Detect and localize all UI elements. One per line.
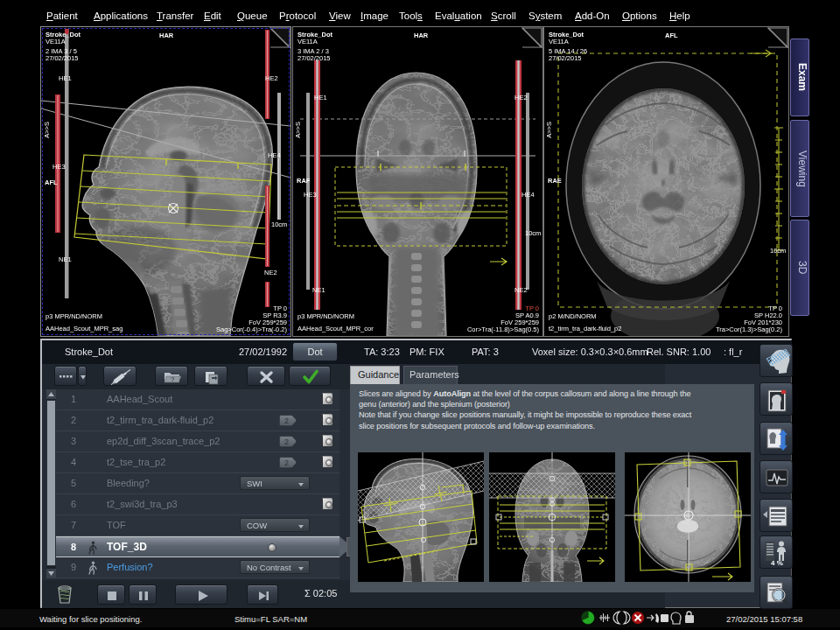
svg-text:4 %: 4 % [771,559,783,567]
svg-text:?: ? [171,375,175,383]
